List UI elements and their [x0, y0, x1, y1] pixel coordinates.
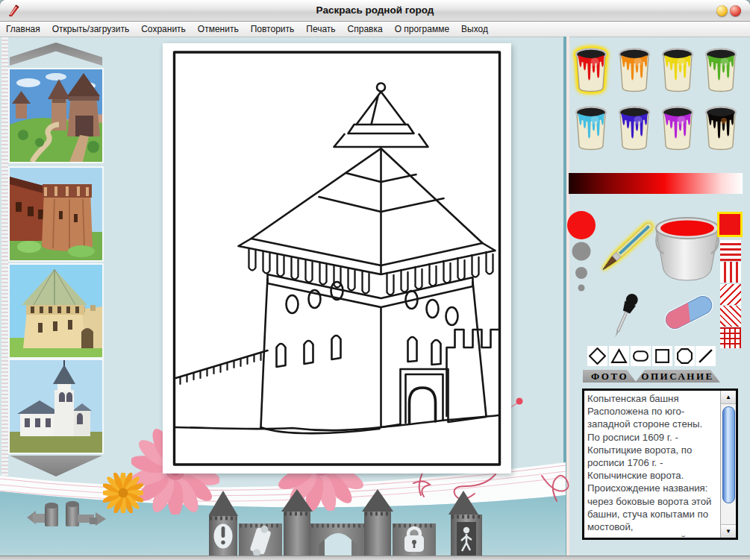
pattern-horizontal-lines[interactable]	[720, 240, 741, 261]
menu-open-load[interactable]: Открыть/загрузить	[46, 24, 136, 34]
castle-lock-button[interactable]	[393, 523, 436, 556]
pattern-solid-selected[interactable]	[717, 212, 743, 237]
octagon-icon	[676, 347, 693, 365]
title-bar: Раскрась родной город	[0, 0, 750, 22]
shape-rounded-rect-button[interactable]	[631, 346, 651, 366]
paint-bucket-green[interactable]	[701, 45, 740, 94]
eraser-tool[interactable]	[658, 289, 719, 336]
tower-line-drawing	[170, 51, 504, 466]
paint-bucket-red[interactable]	[572, 45, 610, 94]
line-icon	[697, 347, 714, 365]
close-button[interactable]	[730, 5, 741, 16]
menu-print[interactable]: Печать	[300, 24, 341, 34]
shape-octagon-button[interactable]	[675, 346, 695, 366]
castle-toolbar	[209, 489, 482, 556]
cathedral-church-image	[10, 360, 102, 453]
app-window: Раскрась родной город Главная Открыть/за…	[0, 0, 750, 560]
size-large-selected[interactable]	[567, 211, 596, 239]
paint-bucket-indigo[interactable]	[615, 103, 654, 152]
scrollbar-thumb[interactable]	[722, 406, 735, 503]
castle-exit-button[interactable]	[449, 491, 482, 556]
scroll-up-icon: ▲	[725, 394, 731, 400]
shape-line-button[interactable]	[696, 346, 716, 366]
thumbnails-scroll-up-button[interactable]	[10, 43, 102, 66]
description-text: Копытенская башня Расположена по юго-зап…	[584, 391, 720, 538]
shape-square-button[interactable]	[652, 346, 672, 366]
size-tiny[interactable]	[578, 285, 585, 292]
pattern-diagonal-left[interactable]	[720, 284, 741, 305]
window-title: Раскрась родной город	[0, 4, 750, 16]
pattern-diagonal-right[interactable]	[720, 306, 741, 327]
shape-triangle-button[interactable]	[609, 346, 629, 366]
eyedropper-tool[interactable]	[607, 289, 642, 343]
shade-gradient-bar[interactable]	[569, 173, 743, 194]
paint-bucket-orange[interactable]	[615, 45, 654, 94]
description-panel: Копытенская башня Расположена по юго-зап…	[582, 388, 738, 540]
orange-daisy-flower	[103, 473, 143, 513]
nav-next-button[interactable]	[66, 501, 106, 526]
menu-redo[interactable]: Повторить	[245, 24, 301, 34]
tab-photo[interactable]: ФОТО	[583, 370, 637, 383]
menu-help[interactable]: Справка	[342, 24, 389, 34]
nav-prev-button[interactable]	[27, 503, 58, 526]
diamond-icon	[589, 347, 606, 365]
square-icon	[654, 347, 671, 365]
brush-size-picker	[564, 210, 599, 294]
castle-tower-left[interactable]	[281, 489, 313, 556]
scroll-up-button[interactable]: ▲	[721, 391, 736, 404]
menu-save[interactable]: Сохранить	[135, 24, 192, 34]
tab-description[interactable]: ОПИСАНИЕ	[635, 370, 720, 383]
triangle-icon	[610, 347, 628, 365]
shape-diamond-button[interactable]	[587, 346, 607, 366]
paint-bucket-cyan[interactable]	[572, 103, 610, 152]
nav-towers-buttons	[25, 497, 107, 534]
pattern-vertical-lines[interactable]	[720, 262, 741, 283]
rounded-rect-icon	[632, 347, 649, 365]
paint-bucket-yellow[interactable]	[658, 45, 697, 94]
castle-gate-button[interactable]	[310, 523, 366, 556]
pattern-grid[interactable]	[720, 327, 741, 348]
scroll-down-button[interactable]: ▼	[721, 524, 736, 538]
round-tower-image	[10, 168, 102, 260]
brush-tool[interactable]	[595, 210, 657, 285]
paint-bucket-magenta[interactable]	[658, 103, 697, 152]
menu-about[interactable]: О программе	[389, 24, 455, 34]
coloring-canvas[interactable]	[163, 43, 511, 474]
tent-roof-tower-image	[10, 265, 102, 357]
minimize-button[interactable]	[716, 5, 728, 16]
thumbnail-cathedral-church[interactable]	[10, 360, 102, 453]
window-footer	[0, 556, 750, 560]
size-medium[interactable]	[572, 242, 591, 261]
menu-bar: Главная Открыть/загрузить Сохранить Отме…	[0, 22, 750, 37]
thumbnail-tent-roof-tower[interactable]	[10, 265, 102, 357]
fortress-panorama-image	[10, 69, 102, 162]
menu-main[interactable]: Главная	[0, 24, 46, 34]
castle-info-button[interactable]	[209, 491, 238, 556]
menu-undo[interactable]: Отменить	[192, 24, 245, 34]
description-scrollbar[interactable]: ▲ ▼	[720, 391, 736, 538]
fill-bucket-tool[interactable]	[652, 213, 722, 288]
scroll-down-icon: ▼	[725, 528, 731, 535]
thumbnail-round-tower[interactable]	[10, 168, 102, 260]
castle-documents-button[interactable]	[239, 523, 282, 556]
paint-bucket-black[interactable]	[701, 103, 740, 152]
menu-exit[interactable]: Выход	[455, 24, 494, 34]
size-small[interactable]	[575, 267, 587, 279]
castle-tower-right[interactable]	[362, 489, 393, 556]
thumbnail-fortress-panorama[interactable]	[10, 69, 102, 162]
